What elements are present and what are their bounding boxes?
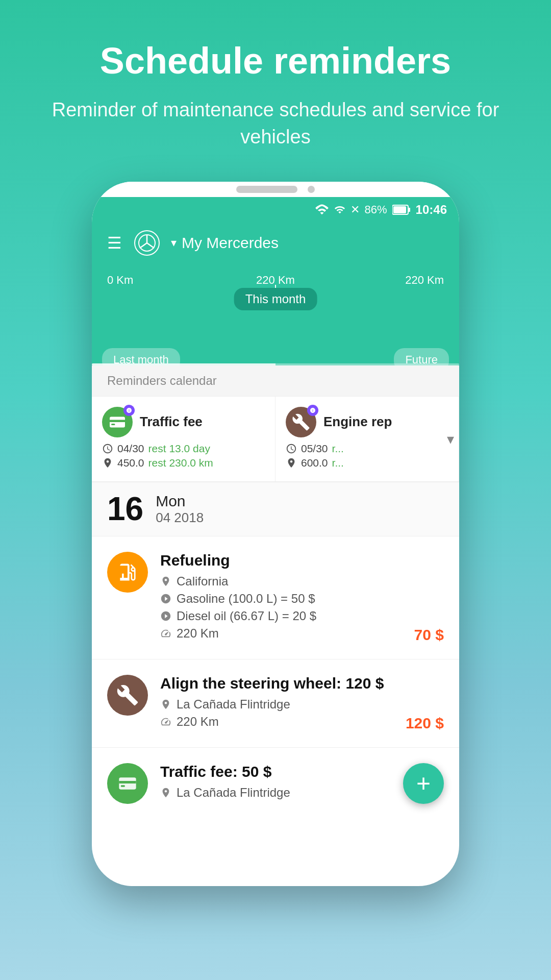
svg-rect-9 — [111, 424, 115, 425]
activity-location-traffic-fee: La Cañada Flintridge — [160, 786, 444, 800]
activity-title-steering: Align the steering wheel: 120 $ — [160, 675, 444, 692]
signal-icon — [334, 204, 345, 215]
date-day: Mon — [156, 493, 204, 510]
svg-rect-1 — [408, 208, 410, 212]
cross-icon: ✕ — [350, 203, 360, 216]
reminder-detail-km-engine: 600.0 r... — [286, 457, 448, 469]
reminder-detail-km-traffic: 450.0 rest 230.0 km — [102, 457, 265, 469]
last-month-button[interactable]: Last month — [102, 348, 180, 365]
fuel-pump-icon — [116, 561, 139, 583]
mercedes-logo — [134, 230, 160, 256]
svg-line-6 — [147, 243, 154, 248]
battery-icon — [392, 204, 411, 215]
reminder-badge-engine — [307, 405, 318, 416]
activity-content-traffic-fee: Traffic fee: 50 $ La Cañada Flintridge — [160, 763, 444, 803]
activity-detail-km-refueling: 220 Km — [160, 626, 444, 641]
activity-location-steering: La Cañada Flintridge — [160, 697, 444, 712]
reminder-card-engine[interactable]: Engine rep 05/30 r... 600.0 r... — [276, 397, 459, 481]
date-number: 16 — [107, 493, 143, 525]
reminders-header: Reminders calendar — [92, 365, 459, 397]
vehicle-name: My Mercerdes — [182, 234, 279, 252]
reminder-title-engine: Engine rep — [323, 414, 392, 430]
svg-rect-2 — [393, 206, 406, 213]
activity-steering[interactable]: Align the steering wheel: 120 $ La Cañad… — [92, 659, 459, 748]
activity-amount-steering: 120 $ — [406, 715, 444, 732]
svg-rect-8 — [110, 420, 125, 422]
activity-icon-refueling — [107, 552, 148, 593]
battery-percent: 86% — [365, 203, 387, 216]
activity-location-refueling: California — [160, 574, 444, 589]
reminder-icon-engine — [286, 407, 316, 437]
content-area: Reminders calendar — [92, 365, 459, 819]
status-time: 10:46 — [416, 203, 447, 217]
timeline-left-km: 0 Km — [107, 274, 133, 287]
activity-detail-gasoline: Gasoline (100.0 L) = 50 $ — [160, 592, 444, 606]
timeline-section: 0 Km 220 Km 220 Km This month Last month… — [92, 263, 459, 365]
reminder-icon-traffic — [102, 407, 133, 437]
page-subtitle: Reminder of maintenance schedules and se… — [31, 96, 520, 151]
steering-wrench-icon — [116, 684, 139, 706]
activity-icon-traffic-fee — [107, 763, 148, 804]
this-month-bubble: This month — [234, 288, 317, 310]
phone-camera — [308, 186, 315, 193]
phone-top-bar — [92, 182, 459, 197]
reminder-detail-date-traffic: 04/30 rest 13.0 day — [102, 443, 265, 455]
mercedes-star-icon — [138, 234, 156, 252]
svg-rect-11 — [119, 781, 136, 783]
activity-detail-km-steering: 220 Km — [160, 715, 444, 729]
phone-mockup: ✕ 86% 10:46 ☰ ▾ My Mercerdes — [92, 182, 459, 886]
vehicle-dropdown-arrow[interactable]: ▾ — [171, 236, 177, 250]
hamburger-menu[interactable]: ☰ — [107, 233, 122, 253]
reminder-cards-row: Traffic fee 04/30 rest 13.0 day 450.0 re… — [92, 397, 459, 482]
activity-title-traffic-fee: Traffic fee: 50 $ — [160, 763, 444, 780]
reminder-detail-date-engine: 05/30 r... — [286, 443, 448, 455]
activity-amount-refueling: 70 $ — [414, 626, 444, 644]
activity-refueling[interactable]: Refueling California Gasoline (100.0 L) … — [92, 536, 459, 659]
card-icon — [108, 413, 127, 431]
app-header: ☰ ▾ My Mercerdes — [92, 223, 459, 263]
date-info: Mon 04 2018 — [156, 493, 204, 526]
activity-icon-steering — [107, 675, 148, 716]
reminder-badge-traffic — [123, 405, 135, 416]
reminder-title-traffic: Traffic fee — [140, 414, 203, 430]
activity-content-refueling: Refueling California Gasoline (100.0 L) … — [160, 552, 444, 644]
svg-line-5 — [140, 243, 147, 248]
date-month-year: 04 2018 — [156, 510, 204, 526]
phone-speaker — [236, 186, 297, 193]
activity-detail-diesel: Diesel oil (66.67 L) = 20 $ — [160, 609, 444, 623]
timeline-right-km: 220 Km — [405, 274, 444, 287]
page-title: Schedule reminders — [31, 41, 520, 81]
status-bar: ✕ 86% 10:46 — [92, 197, 459, 223]
date-separator: 16 Mon 04 2018 — [92, 482, 459, 536]
activity-content-steering: Align the steering wheel: 120 $ La Cañad… — [160, 675, 444, 732]
future-button[interactable]: Future — [394, 348, 449, 365]
wrench-icon — [292, 413, 310, 431]
page-header: Schedule reminders Reminder of maintenan… — [0, 0, 551, 172]
svg-rect-12 — [121, 785, 125, 787]
reminder-dropdown-icon[interactable]: ▾ — [447, 430, 454, 447]
activity-title-refueling: Refueling — [160, 552, 444, 569]
wifi-icon — [315, 204, 329, 215]
reminder-card-traffic[interactable]: Traffic fee 04/30 rest 13.0 day 450.0 re… — [92, 397, 276, 481]
status-icons: ✕ 86% 10:46 — [315, 203, 447, 217]
card-icon-traffic — [117, 773, 138, 794]
fab-add-button[interactable]: + — [403, 763, 444, 804]
